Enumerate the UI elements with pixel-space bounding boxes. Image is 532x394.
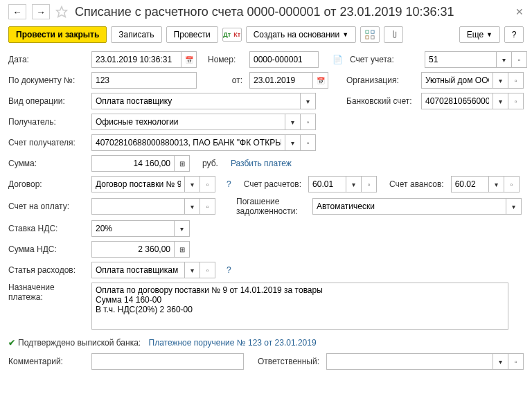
recipient-input[interactable] xyxy=(91,114,285,130)
expense-input[interactable] xyxy=(91,262,185,278)
svg-rect-3 xyxy=(366,36,369,39)
confirmed-label: Подтверждено выпиской банка: xyxy=(18,338,141,348)
forward-button[interactable]: → xyxy=(32,4,50,19)
advance-acc-label: Счет авансов: xyxy=(389,179,444,189)
open-icon[interactable]: ▫ xyxy=(200,198,215,215)
favorite-star-icon[interactable] xyxy=(55,5,69,19)
open-icon[interactable]: ▫ xyxy=(200,262,215,278)
open-icon[interactable]: ▫ xyxy=(200,176,215,192)
dropdown-icon[interactable]: ▾ xyxy=(301,93,316,109)
dropdown-icon[interactable]: ▾ xyxy=(506,198,522,215)
dt-kt-button[interactable]: ДтКт xyxy=(222,28,242,42)
bank-acc-input[interactable] xyxy=(421,93,493,109)
purpose-input[interactable] xyxy=(91,283,508,330)
dropdown-icon[interactable]: ▾ xyxy=(493,72,508,89)
dropdown-icon[interactable]: ▾ xyxy=(185,262,200,278)
date-label: Дата: xyxy=(8,55,85,64)
payment-order-link[interactable]: Платежное поручение № 123 от 23.01.2019 xyxy=(149,338,317,348)
debt-repay-input[interactable] xyxy=(312,198,506,215)
dropdown-icon[interactable]: ▾ xyxy=(493,93,508,109)
sum-label: Сумма: xyxy=(8,159,85,168)
comment-input[interactable] xyxy=(91,353,244,370)
open-icon[interactable]: ▫ xyxy=(508,353,524,370)
open-icon[interactable]: ▫ xyxy=(504,176,520,192)
contract-label: Договор: xyxy=(8,179,85,189)
more-button[interactable]: Еще ▼ xyxy=(459,26,500,43)
op-type-label: Вид операции: xyxy=(8,96,85,106)
doc-date-input[interactable] xyxy=(249,72,313,89)
open-icon[interactable]: ▫ xyxy=(512,51,527,68)
responsible-input[interactable] xyxy=(326,353,493,370)
date-input[interactable] xyxy=(91,51,181,68)
dropdown-icon[interactable]: ▾ xyxy=(493,353,508,370)
dropdown-icon[interactable]: ▾ xyxy=(489,176,504,192)
open-icon[interactable]: ▫ xyxy=(301,134,316,151)
account-input[interactable] xyxy=(425,51,497,68)
responsible-label: Ответственный: xyxy=(258,357,319,366)
invoice-label: Счет на оплату: xyxy=(8,202,85,211)
dropdown-icon[interactable]: ▾ xyxy=(285,134,301,151)
dropdown-icon[interactable]: ▾ xyxy=(497,51,512,68)
vat-sum-label: Сумма НДС: xyxy=(8,244,85,254)
svg-marker-0 xyxy=(57,7,67,17)
org-label: Организация: xyxy=(346,75,416,85)
vat-sum-input[interactable] xyxy=(91,241,175,258)
number-label: Номер: xyxy=(208,55,242,64)
number-input[interactable] xyxy=(249,51,319,68)
save-button[interactable]: Записать xyxy=(111,26,161,43)
invoice-input[interactable] xyxy=(91,198,185,215)
open-icon[interactable]: ▫ xyxy=(301,114,316,130)
advance-acc-input[interactable] xyxy=(451,176,489,192)
calendar-icon[interactable]: 📅 xyxy=(181,51,197,68)
settle-acc-label: Счет расчетов: xyxy=(244,179,301,189)
svg-rect-1 xyxy=(366,30,369,33)
org-input[interactable] xyxy=(421,72,493,89)
create-based-on-button[interactable]: Создать на основании ▼ xyxy=(246,26,356,43)
bank-acc-label: Банковский счет: xyxy=(346,96,416,106)
open-icon[interactable]: ▫ xyxy=(362,176,377,192)
op-type-input[interactable] xyxy=(91,93,301,109)
dropdown-icon[interactable]: ▾ xyxy=(346,176,362,192)
svg-rect-4 xyxy=(371,36,374,39)
help-icon[interactable]: ? xyxy=(227,265,231,275)
comment-label: Комментарий: xyxy=(8,357,85,366)
doc-no-input[interactable] xyxy=(91,72,197,89)
confirmed-checkbox[interactable]: ✔ xyxy=(8,338,15,348)
settle-acc-input[interactable] xyxy=(308,176,346,192)
doc-icon[interactable]: 📄 xyxy=(332,55,343,64)
debt-repay-label: Погашение задолженности: xyxy=(236,197,305,216)
contract-input[interactable] xyxy=(91,176,185,192)
rec-acc-label: Счет получателя: xyxy=(8,138,85,147)
rec-acc-input[interactable] xyxy=(91,134,285,151)
structure-button[interactable] xyxy=(360,26,380,43)
close-icon[interactable]: ✕ xyxy=(515,6,524,17)
split-payment-link[interactable]: Разбить платеж xyxy=(231,159,292,168)
calendar-icon[interactable]: 📅 xyxy=(313,72,328,89)
calculator-icon[interactable]: ⊞ xyxy=(175,241,190,258)
dropdown-icon[interactable]: ▾ xyxy=(175,220,190,237)
window-title: Списание с расчетного счета 0000-000001 … xyxy=(75,5,510,19)
rub-label: руб. xyxy=(202,159,218,168)
vat-rate-input[interactable] xyxy=(91,220,175,237)
vat-rate-label: Ставка НДС: xyxy=(8,224,85,233)
dropdown-icon[interactable]: ▾ xyxy=(185,176,200,192)
recipient-label: Получатель: xyxy=(8,117,85,127)
doc-date-label: от: xyxy=(208,75,242,85)
svg-rect-2 xyxy=(371,30,374,33)
help-button[interactable]: ? xyxy=(504,26,524,43)
calculator-icon[interactable]: ⊞ xyxy=(175,155,190,172)
account-label: Счет учета: xyxy=(350,55,419,64)
purpose-label: Назначение платежа: xyxy=(8,283,85,302)
expense-label: Статья расходов: xyxy=(8,265,85,275)
sum-input[interactable] xyxy=(91,155,175,172)
post-button[interactable]: Провести xyxy=(166,26,218,43)
back-button[interactable]: ← xyxy=(8,4,26,19)
post-and-close-button[interactable]: Провести и закрыть xyxy=(8,26,107,43)
open-icon[interactable]: ▫ xyxy=(508,93,524,109)
open-icon[interactable]: ▫ xyxy=(508,72,524,89)
attach-button[interactable] xyxy=(384,26,403,43)
doc-no-label: По документу №: xyxy=(8,75,85,85)
help-icon[interactable]: ? xyxy=(227,179,231,189)
dropdown-icon[interactable]: ▾ xyxy=(285,114,301,130)
dropdown-icon[interactable]: ▾ xyxy=(185,198,200,215)
